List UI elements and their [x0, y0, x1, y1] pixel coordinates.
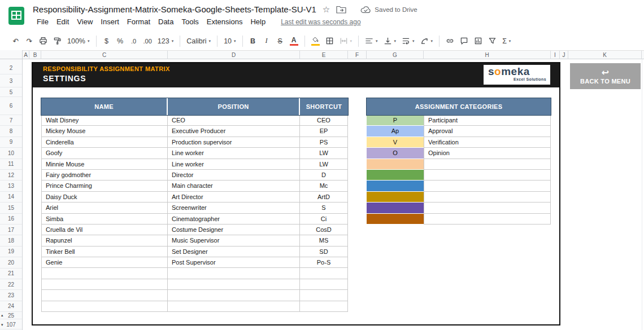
zoom-select[interactable]: 100% ▾	[64, 34, 93, 48]
unhide-rows-down-icon[interactable]: ▾	[1, 323, 3, 327]
row-header-10[interactable]: 10	[0, 148, 22, 159]
redo-icon[interactable]: ↷	[23, 34, 36, 48]
column-header-D[interactable]: D	[168, 51, 300, 59]
row-header-16[interactable]: 16	[0, 214, 22, 225]
row-header-9[interactable]: 9	[0, 137, 22, 148]
font-select[interactable]: Calibri ▾	[184, 34, 214, 48]
name-cell[interactable]: Minnie Mouse	[41, 159, 168, 170]
category-color-cell[interactable]	[367, 159, 424, 170]
create-filter-icon[interactable]	[485, 34, 499, 48]
google-sheets-logo-icon[interactable]	[8, 6, 25, 25]
row-header-25[interactable]: 25▴	[0, 312, 22, 319]
bold-icon[interactable]: B	[246, 34, 260, 48]
menu-tools[interactable]: Tools	[177, 17, 202, 27]
last-edit-link[interactable]: Last edit was seconds ago	[281, 18, 360, 26]
category-color-cell[interactable]	[367, 203, 424, 213]
row-header-6[interactable]: 6	[0, 97, 22, 115]
column-header-I[interactable]: I	[551, 51, 560, 59]
header-name[interactable]: NAME	[41, 98, 168, 115]
horizontal-align-icon[interactable]: ▾	[362, 34, 381, 48]
text-color-icon[interactable]: A	[287, 34, 301, 48]
position-cell[interactable]: Main character	[168, 181, 300, 191]
name-cell[interactable]: Cinderella	[41, 137, 168, 148]
row-header-107[interactable]: 107▾	[0, 320, 22, 329]
position-cell[interactable]: CEO	[168, 115, 300, 126]
position-cell[interactable]: Line worker	[168, 159, 300, 170]
position-cell[interactable]: Line worker	[168, 148, 300, 159]
category-label-cell[interactable]	[424, 203, 551, 213]
category-color-cell[interactable]: P	[367, 115, 424, 126]
category-color-cell[interactable]	[367, 214, 424, 225]
row-header-20[interactable]: 20	[0, 257, 22, 268]
insert-chart-icon[interactable]	[471, 34, 485, 48]
menu-edit[interactable]: Edit	[53, 17, 73, 27]
column-header-B[interactable]: B	[29, 51, 41, 59]
name-cell[interactable]: Cruella de Vil	[41, 225, 168, 235]
print-icon[interactable]	[36, 34, 50, 48]
row-header-8[interactable]: 8	[0, 126, 22, 137]
shortcut-cell[interactable]: S	[300, 203, 348, 213]
text-wrap-icon[interactable]: ▾	[399, 34, 417, 48]
category-label-cell[interactable]: Opinion	[424, 148, 551, 159]
name-cell[interactable]	[41, 301, 168, 312]
category-color-cell[interactable]	[367, 181, 424, 191]
fill-color-icon[interactable]	[308, 34, 323, 48]
column-header-F[interactable]: F	[348, 51, 367, 59]
row-header-13[interactable]: 13	[0, 181, 22, 191]
category-color-cell[interactable]	[367, 170, 424, 181]
column-header-H[interactable]: H	[424, 51, 551, 59]
position-cell[interactable]: Set Designer	[168, 247, 300, 257]
shortcut-cell[interactable]	[300, 268, 348, 279]
document-title[interactable]: Responsibility-Assignment-Matrix-Someka-…	[33, 5, 316, 14]
borders-icon[interactable]	[323, 34, 337, 48]
name-cell[interactable]	[41, 279, 168, 290]
category-color-cell[interactable]: O	[367, 148, 424, 159]
row-header-2[interactable]: 2	[0, 62, 22, 74]
category-label-cell[interactable]: Participant	[424, 115, 551, 126]
row-header-15[interactable]: 15	[0, 203, 22, 213]
row-header-17[interactable]: 17	[0, 225, 22, 235]
column-header-C[interactable]: C	[41, 51, 168, 59]
position-cell[interactable]: Executive Producer	[168, 126, 300, 137]
position-cell[interactable]	[168, 301, 300, 312]
menu-file[interactable]: File	[33, 17, 53, 27]
position-cell[interactable]: Art Director	[168, 192, 300, 203]
name-cell[interactable]: Ariel	[41, 203, 168, 213]
row-header-3[interactable]: 3	[0, 74, 22, 87]
position-cell[interactable]: Director	[168, 170, 300, 181]
category-color-cell[interactable]: V	[367, 137, 424, 148]
column-header-A[interactable]: A	[23, 51, 29, 59]
merge-cells-icon[interactable]: ▾	[337, 34, 355, 48]
position-cell[interactable]: Screenwriter	[168, 203, 300, 213]
shortcut-cell[interactable]: D	[300, 170, 348, 181]
name-cell[interactable]: Rapunzel	[41, 235, 168, 246]
format-percent-icon[interactable]: %	[114, 34, 127, 48]
name-cell[interactable]: Daisy Duck	[41, 192, 168, 203]
shortcut-cell[interactable]	[300, 290, 348, 301]
row-header-21[interactable]: 21	[0, 269, 22, 279]
shortcut-cell[interactable]: ArtD	[300, 192, 348, 203]
row-header-5[interactable]: 5	[0, 87, 22, 97]
position-cell[interactable]: Post Supervisor	[168, 257, 300, 268]
unhide-rows-up-icon[interactable]: ▴	[1, 313, 3, 318]
row-header-7[interactable]: 7	[0, 115, 22, 126]
category-color-cell[interactable]	[367, 192, 424, 203]
category-color-cell[interactable]: Ap	[367, 126, 424, 137]
format-currency-icon[interactable]: $	[100, 34, 114, 48]
row-header-18[interactable]: 18	[0, 235, 22, 246]
shortcut-cell[interactable]: PS	[300, 137, 348, 148]
shortcut-cell[interactable]: MS	[300, 235, 348, 246]
menu-format[interactable]: Format	[123, 17, 154, 27]
shortcut-cell[interactable]	[300, 301, 348, 312]
menu-extensions[interactable]: Extensions	[203, 17, 247, 27]
insert-comment-icon[interactable]	[457, 34, 471, 48]
shortcut-cell[interactable]: LW	[300, 148, 348, 159]
paint-format-icon[interactable]	[50, 34, 64, 48]
menu-help[interactable]: Help	[246, 17, 269, 27]
shortcut-cell[interactable]: EP	[300, 126, 348, 137]
italic-icon[interactable]: I	[260, 34, 273, 48]
shortcut-cell[interactable]	[300, 279, 348, 290]
row-header-12[interactable]: 12	[0, 170, 22, 181]
shortcut-cell[interactable]: Mc	[300, 181, 348, 191]
select-all-corner[interactable]	[0, 50, 23, 59]
